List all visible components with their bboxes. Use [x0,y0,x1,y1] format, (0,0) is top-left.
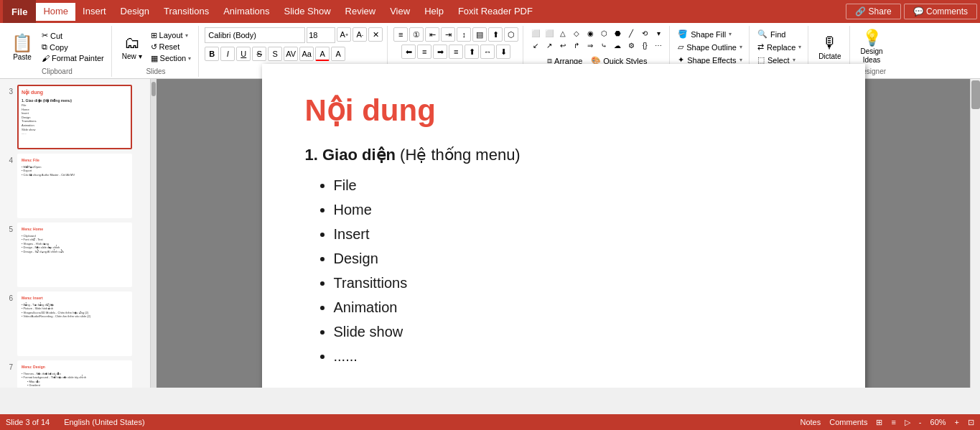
shape-btn-13[interactable]: ↩ [556,39,569,51]
clear-format-button[interactable]: ✕ [368,27,383,42]
tab-animations[interactable]: Animations [216,3,276,21]
align-right-button[interactable]: ➡ [433,45,447,59]
highlight-button[interactable]: A [331,47,345,61]
bold-button[interactable]: B [205,47,219,61]
slide-item-4[interactable]: 4 Menu: File • Mới/Tạo/Open • Export • C… [3,154,147,218]
shape-btn-1[interactable]: ⬜ [529,27,542,39]
list-item-file: File [334,173,822,197]
shape-btn-9[interactable]: ⟲ [638,27,651,39]
shape-btn-4[interactable]: ◇ [570,27,583,39]
decrease-indent-button[interactable]: ⇤ [425,27,439,42]
design-ideas-button[interactable]: 💡 Design Ideas [856,27,887,66]
bullets-button[interactable]: ≡ [393,27,408,42]
shape-btn-14[interactable]: ↱ [570,39,583,51]
justify-button[interactable]: ≡ [449,45,463,59]
shape-btn-12[interactable]: ↗ [543,39,556,51]
slide-thumb-6[interactable]: Menu: Insert • Bảng - Tạo bảng dữ liệu •… [17,291,132,356]
dictate-button[interactable]: 🎙 Dictate [814,32,845,62]
new-slide-button[interactable]: 🗂 New ▾ [118,32,146,62]
shape-btn-7[interactable]: ⬣ [611,27,624,39]
slide-item-3[interactable]: 3 Nội dung 1. Giao diện (Hệ thống menu) … [3,85,147,149]
reset-button[interactable]: ↺ Reset [148,42,195,52]
strikethrough-button[interactable]: S [252,47,266,61]
menu-bar: File Home Insert Design Transitions Anim… [0,0,980,23]
slide-panel-scrollbar[interactable] [151,79,157,388]
shape-btn-18[interactable]: ⚙ [625,39,638,51]
tab-slideshow[interactable]: Slide Show [277,3,338,21]
columns-button[interactable]: ▤ [472,27,487,42]
comments-button[interactable]: 💬 Comments [904,4,977,19]
slide-item-6[interactable]: 6 Menu: Insert • Bảng - Tạo bảng dữ liệu… [3,291,147,356]
shape-btn-17[interactable]: ☁ [611,39,624,51]
shape-btn-11[interactable]: ↙ [529,39,542,51]
shape-outline-button[interactable]: ▱ Shape Outline ▾ [676,42,745,52]
slide-number-5: 5 [3,223,13,233]
slide-canvas[interactable]: Nội dung 1. Giao diện (Hệ thống menu) Fi… [262,64,865,388]
align-center-button[interactable]: ≡ [417,45,431,59]
shape-btn-6[interactable]: ⬡ [597,27,610,39]
tab-help[interactable]: Help [417,3,451,21]
change-case-button[interactable]: Aa [299,47,314,61]
file-menu-btn[interactable]: File [3,0,36,23]
line-spacing-button[interactable]: ↕ [457,27,471,42]
shape-btn-more[interactable]: ▾ [652,27,665,39]
shape-btn-5[interactable]: ◉ [584,27,597,39]
align-bottom-button[interactable]: ⬇ [496,45,510,59]
layout-button[interactable]: ⊞ Layout ▾ [148,30,195,41]
numbering-button[interactable]: ① [409,27,424,42]
slide-item-5[interactable]: 5 Menu: Home • Clipboard • Font chữ - Te… [3,223,147,287]
section-button[interactable]: ▦ Section ▾ [148,53,195,64]
shape-btn-8[interactable]: ╱ [625,27,638,39]
replace-icon: ⇄ [757,42,764,52]
new-slide-icon: 🗂 [124,34,140,52]
shape-btn-3[interactable]: △ [556,27,569,39]
shape-btn-20[interactable]: ⋯ [652,39,665,51]
text-direction-button[interactable]: ⬆ [488,27,503,42]
shape-btn-16[interactable]: ⤷ [597,39,610,51]
tab-review[interactable]: Review [338,3,383,21]
slide-thumb-7[interactable]: Menu: Design • Themes - Nền thiết kế cài… [17,360,132,388]
increase-indent-button[interactable]: ⇥ [441,27,455,42]
replace-button[interactable]: ⇄ Replace ▾ [755,42,803,52]
shape-btn-19[interactable]: {} [638,39,651,51]
tab-view[interactable]: View [383,3,417,21]
right-scrollbar[interactable] [970,79,980,388]
slide-thumb-3[interactable]: Nội dung 1. Giao diện (Hệ thống menu) Fi… [17,85,132,149]
shadow-button[interactable]: S [268,47,282,61]
underline-button[interactable]: U [236,47,251,61]
font-size-input[interactable] [307,27,335,43]
font-family-input[interactable] [205,27,305,43]
shape-btn-2[interactable]: ⬜ [543,27,556,39]
slide-thumb-4[interactable]: Menu: File • Mới/Tạo/Open • Export • Cài… [17,154,132,218]
increase-font-button[interactable]: A+ [337,27,351,42]
cut-button[interactable]: ✂ Cut [39,30,107,41]
align-middle-button[interactable]: ↔ [480,45,495,59]
italic-button[interactable]: I [220,47,235,61]
paste-button[interactable]: 📋 Paste [7,32,37,62]
font-color-button[interactable]: A [315,47,330,61]
char-spacing-button[interactable]: AV [284,47,298,61]
shape-fill-button[interactable]: 🪣 Shape Fill ▾ [676,29,734,39]
tab-foxit[interactable]: Foxit Reader PDF [451,3,540,21]
list-item-slideshow: Slide show [334,319,822,344]
smart-art-button[interactable]: ⬡ [504,27,518,42]
find-button[interactable]: 🔍 Find [755,29,788,39]
decrease-font-button[interactable]: A- [353,27,367,42]
tab-transitions[interactable]: Transitions [157,3,216,21]
slides-group: 🗂 New ▾ ⊞ Layout ▾ ↺ Reset ▦ [113,26,200,77]
tab-design[interactable]: Design [113,3,157,21]
slide-number-7: 7 [3,360,13,371]
slide-item-7[interactable]: 7 Menu: Design • Themes - Nền thiết kế c… [3,360,147,388]
share-button[interactable]: 🔗 Share [846,4,900,19]
align-left-button[interactable]: ⬅ [401,45,416,59]
align-top-button[interactable]: ⬆ [465,45,479,59]
slides-label: Slides [146,66,165,75]
slide-panel: 3 Nội dung 1. Giao diện (Hệ thống menu) … [0,79,151,388]
clipboard-group: 📋 Paste ✂ Cut ⧉ Copy 🖌 Format Painter [3,26,112,77]
format-painter-button[interactable]: 🖌 Format Painter [39,53,107,63]
copy-button[interactable]: ⧉ Copy [39,42,107,52]
slide-thumb-5[interactable]: Menu: Home • Clipboard • Font chữ - Text… [17,223,132,287]
tab-home[interactable]: Home [36,3,75,21]
shape-btn-15[interactable]: ⇒ [584,39,597,51]
tab-insert[interactable]: Insert [75,3,113,21]
